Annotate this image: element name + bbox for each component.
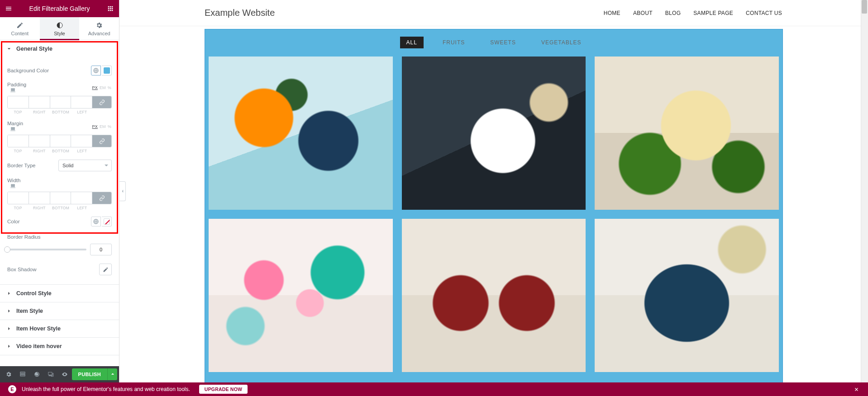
responsive-icon[interactable] xyxy=(7,126,23,132)
tab-content[interactable]: Content xyxy=(0,17,40,40)
border-type-select[interactable]: Solid xyxy=(58,160,112,171)
width-right[interactable] xyxy=(29,192,50,204)
collapse-sidebar-handle[interactable] xyxy=(119,181,126,201)
margin-top[interactable] xyxy=(8,135,29,147)
promo-text: Unleash the full power of Elementor's fe… xyxy=(22,386,190,392)
gallery-filters: ALL FRUITS SWEETS VEGETABLES xyxy=(209,34,779,57)
site-nav: HOME ABOUT BLOG SAMPLE PAGE CONTACT US xyxy=(604,10,782,16)
gallery-grid xyxy=(209,57,779,372)
gallery-item[interactable] xyxy=(209,219,393,372)
section-item-style[interactable]: Item Style xyxy=(0,302,119,320)
padding-label: Padding xyxy=(7,82,26,93)
caret-right-icon xyxy=(7,292,12,295)
border-radius-value[interactable] xyxy=(90,244,112,255)
nav-home[interactable]: HOME xyxy=(604,10,620,16)
caret-right-icon xyxy=(7,344,12,348)
margin-bottom[interactable] xyxy=(50,135,72,147)
margin-right[interactable] xyxy=(29,135,50,147)
margin-units[interactable]: PX EM % xyxy=(91,124,112,129)
responsive-icon[interactable] xyxy=(7,87,26,93)
nav-blog[interactable]: BLOG xyxy=(665,10,681,16)
margin-label: Margin xyxy=(7,121,23,132)
editor-sidebar: Edit Filterable Gallery Content Style Ad… xyxy=(0,0,119,382)
global-color-icon[interactable] xyxy=(91,66,101,75)
margin-inputs[interactable] xyxy=(7,135,112,147)
section-general-style: General Style Background Color xyxy=(0,40,119,285)
border-width-inputs[interactable] xyxy=(7,192,112,204)
section-item-hover-style[interactable]: Item Hover Style xyxy=(0,320,119,337)
box-shadow-label: Box Shadow xyxy=(7,267,37,272)
responsive-icon[interactable] xyxy=(7,183,20,189)
width-left[interactable] xyxy=(71,192,92,204)
upgrade-now-button[interactable]: UPGRADE NOW xyxy=(199,385,248,394)
upgrade-promo-bar: E Unleash the full power of Elementor's … xyxy=(0,382,868,396)
border-type-label: Border Type xyxy=(7,163,35,168)
background-color-picker[interactable] xyxy=(91,66,112,75)
border-color-label: Color xyxy=(7,219,19,224)
promo-close-button[interactable] xyxy=(852,385,861,394)
border-radius-label: Border Radius xyxy=(7,234,41,240)
filter-fruits[interactable]: FRUITS xyxy=(436,37,471,48)
padding-right[interactable] xyxy=(29,96,50,108)
filter-vegetables[interactable]: VEGETABLES xyxy=(535,37,587,48)
section-general-style-header[interactable]: General Style xyxy=(0,40,119,57)
padding-link-toggle[interactable] xyxy=(92,96,111,108)
padding-top[interactable] xyxy=(8,96,29,108)
padding-inputs[interactable] xyxy=(7,96,112,108)
gallery-item[interactable] xyxy=(595,219,779,372)
slider-thumb[interactable] xyxy=(4,246,10,253)
padding-units[interactable]: PX EM % xyxy=(91,85,112,90)
gallery-item[interactable] xyxy=(209,57,393,210)
color-swatch-none[interactable] xyxy=(102,217,112,226)
tab-advanced[interactable]: Advanced xyxy=(79,17,119,40)
filterable-gallery-widget[interactable]: ALL FRUITS SWEETS VEGETABLES Load More xyxy=(205,29,783,382)
site-title: Example Website xyxy=(205,8,275,18)
gallery-item[interactable] xyxy=(402,57,586,210)
widgets-button[interactable] xyxy=(104,2,117,15)
publish-button[interactable]: PUBLISH xyxy=(72,368,107,380)
publish-options[interactable] xyxy=(107,368,117,380)
margin-link-toggle[interactable] xyxy=(92,135,111,147)
nav-sample-page[interactable]: SAMPLE PAGE xyxy=(693,10,733,16)
section-control-style[interactable]: Control Style xyxy=(0,285,119,302)
panel-tabs: Content Style Advanced xyxy=(0,17,119,40)
preview-button[interactable] xyxy=(58,368,72,381)
color-swatch[interactable] xyxy=(102,66,112,75)
section-video-item-hover[interactable]: Video item hover xyxy=(0,338,119,355)
tab-style[interactable]: Style xyxy=(40,17,80,40)
scrollbar-thumb[interactable] xyxy=(862,0,867,14)
sidebar-header: Edit Filterable Gallery xyxy=(0,0,119,17)
sidebar-title: Edit Filterable Gallery xyxy=(15,5,104,12)
caret-right-icon xyxy=(7,327,12,330)
site-header: Example Website HOME ABOUT BLOG SAMPLE P… xyxy=(119,0,868,26)
width-top[interactable] xyxy=(8,192,29,204)
global-color-icon[interactable] xyxy=(91,217,101,226)
preview-pane: Example Website HOME ABOUT BLOG SAMPLE P… xyxy=(119,0,868,382)
border-radius-slider[interactable] xyxy=(7,249,86,250)
padding-left[interactable] xyxy=(71,96,92,108)
nav-contact[interactable]: CONTACT US xyxy=(746,10,782,16)
nav-about[interactable]: ABOUT xyxy=(633,10,653,16)
box-shadow-edit[interactable] xyxy=(99,264,112,275)
border-color-picker[interactable] xyxy=(91,217,112,226)
settings-button[interactable] xyxy=(2,368,16,381)
gallery-item[interactable] xyxy=(595,57,779,210)
menu-button[interactable] xyxy=(2,2,15,15)
elementor-logo-icon: E xyxy=(8,385,16,393)
border-width-label: Width xyxy=(7,178,20,189)
width-bottom[interactable] xyxy=(50,192,72,204)
caret-right-icon xyxy=(7,309,12,313)
padding-bottom[interactable] xyxy=(50,96,72,108)
margin-left[interactable] xyxy=(71,135,92,147)
gallery-item[interactable] xyxy=(402,219,586,372)
panel-body: General Style Background Color xyxy=(0,40,119,366)
width-link-toggle[interactable] xyxy=(92,192,111,204)
navigator-button[interactable] xyxy=(16,368,30,381)
history-button[interactable] xyxy=(30,368,44,381)
caret-down-icon xyxy=(7,47,12,51)
filter-all[interactable]: ALL xyxy=(400,37,424,48)
preview-scrollbar[interactable] xyxy=(861,0,868,382)
sidebar-footer: PUBLISH xyxy=(0,366,119,382)
filter-sweets[interactable]: SWEETS xyxy=(484,37,522,48)
responsive-button[interactable] xyxy=(44,368,58,381)
